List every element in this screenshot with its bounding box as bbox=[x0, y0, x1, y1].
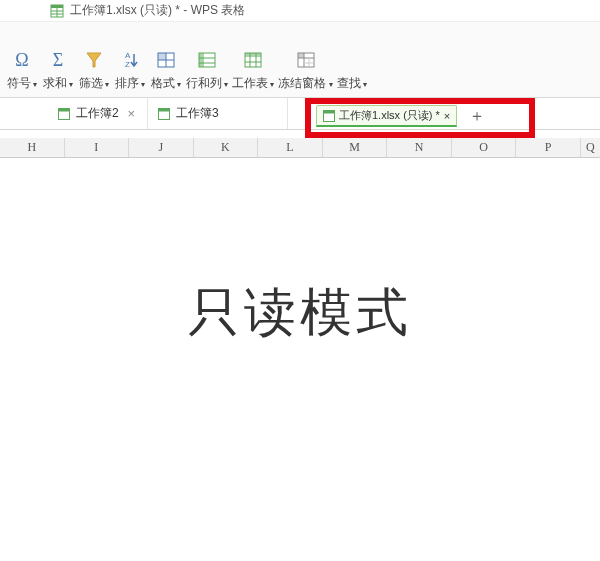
freeze-label: 冻结窗格 bbox=[278, 76, 326, 90]
format-button[interactable]: 格式 ▾ bbox=[148, 45, 184, 94]
tab-label: 工作簿2 bbox=[76, 105, 119, 122]
symbol-button[interactable]: Ω 符号 ▾ bbox=[4, 45, 40, 94]
freeze-icon bbox=[295, 47, 317, 73]
window-title: 工作簿1.xlsx (只读) * - WPS 表格 bbox=[70, 2, 245, 19]
dropdown-icon: ▾ bbox=[139, 80, 145, 89]
worksheet-button[interactable]: 工作表 ▾ bbox=[230, 45, 276, 94]
find-label: 查找 bbox=[337, 76, 361, 90]
close-icon[interactable]: × bbox=[125, 106, 137, 121]
worksheet-label: 工作表 bbox=[232, 76, 268, 90]
svg-rect-23 bbox=[298, 53, 304, 58]
rowcol-button[interactable]: 行和列 ▾ bbox=[184, 45, 230, 94]
sigma-icon: Σ bbox=[47, 47, 69, 73]
omega-icon: Ω bbox=[11, 47, 33, 73]
spreadsheet-icon bbox=[158, 108, 170, 120]
symbol-label: 符号 bbox=[7, 76, 31, 90]
filter-label: 筛选 bbox=[79, 76, 103, 90]
column-header[interactable]: K bbox=[194, 138, 259, 157]
svg-rect-1 bbox=[51, 5, 63, 8]
column-header[interactable]: L bbox=[258, 138, 323, 157]
new-tab-button[interactable]: ＋ bbox=[465, 106, 489, 127]
column-header[interactable]: P bbox=[516, 138, 581, 157]
rowcol-icon bbox=[196, 47, 218, 73]
svg-text:A: A bbox=[125, 51, 131, 60]
dropdown-icon: ▾ bbox=[103, 80, 109, 89]
document-tab[interactable]: 工作簿3 bbox=[148, 98, 288, 129]
title-bar: 工作簿1.xlsx (只读) * - WPS 表格 bbox=[0, 0, 600, 22]
dropdown-icon: ▾ bbox=[175, 80, 181, 89]
svg-rect-12 bbox=[158, 53, 166, 60]
freeze-button[interactable]: 冻结窗格 ▾ bbox=[276, 45, 334, 94]
active-document-tab[interactable]: 工作簿1.xlsx (只读) * × bbox=[316, 105, 457, 127]
dropdown-icon: ▾ bbox=[361, 80, 367, 89]
tab-label: 工作簿3 bbox=[176, 105, 219, 122]
sort-button[interactable]: AZ 排序 ▾ bbox=[112, 45, 148, 94]
spreadsheet-icon bbox=[58, 108, 70, 120]
svg-text:Ω: Ω bbox=[15, 50, 28, 70]
svg-text:Σ: Σ bbox=[53, 50, 63, 70]
sort-label: 排序 bbox=[115, 76, 139, 90]
svg-rect-31 bbox=[159, 108, 170, 111]
funnel-icon bbox=[83, 47, 105, 73]
spreadsheet-icon bbox=[323, 110, 335, 122]
rowcol-label: 行和列 bbox=[186, 76, 222, 90]
svg-rect-14 bbox=[199, 53, 204, 67]
close-icon[interactable]: × bbox=[444, 110, 450, 122]
find-button[interactable]: 查找 ▾ bbox=[335, 71, 369, 94]
dropdown-icon: ▾ bbox=[326, 80, 332, 89]
format-label: 格式 bbox=[151, 76, 175, 90]
spreadsheet-icon bbox=[50, 4, 64, 18]
column-header[interactable]: Q bbox=[581, 138, 600, 157]
grid-icon bbox=[155, 47, 177, 73]
spreadsheet-grid[interactable]: 只读模式 bbox=[0, 158, 600, 558]
column-header[interactable]: M bbox=[323, 138, 388, 157]
document-tab-bar: 工作簿2 × 工作簿3 工作簿1.xlsx (只读) * × ＋ bbox=[0, 98, 600, 130]
dropdown-icon: ▾ bbox=[31, 80, 37, 89]
document-tab[interactable]: 工作簿2 × bbox=[48, 98, 148, 129]
table-icon bbox=[242, 47, 264, 73]
ribbon-toolbar: Ω 符号 ▾ Σ 求和 ▾ 筛选 ▾ AZ 排序 ▾ 格式 ▾ 行和列 ▾ bbox=[0, 48, 600, 98]
dropdown-icon: ▾ bbox=[67, 80, 73, 89]
active-tab-label: 工作簿1.xlsx (只读) * bbox=[339, 108, 440, 123]
svg-rect-18 bbox=[245, 53, 261, 57]
watermark-text: 只读模式 bbox=[0, 278, 600, 348]
sort-icon: AZ bbox=[119, 47, 141, 73]
dropdown-icon: ▾ bbox=[268, 80, 274, 89]
sum-label: 求和 bbox=[43, 76, 67, 90]
column-header[interactable]: J bbox=[129, 138, 194, 157]
sum-button[interactable]: Σ 求和 ▾ bbox=[40, 45, 76, 94]
filter-button[interactable]: 筛选 ▾ bbox=[76, 45, 112, 94]
column-header[interactable]: N bbox=[387, 138, 452, 157]
column-header-row: H I J K L M N O P Q bbox=[0, 138, 600, 158]
column-header[interactable]: H bbox=[0, 138, 65, 157]
column-header[interactable]: I bbox=[65, 138, 130, 157]
dropdown-icon: ▾ bbox=[222, 80, 228, 89]
svg-text:Z: Z bbox=[125, 60, 130, 69]
column-header[interactable]: O bbox=[452, 138, 517, 157]
svg-rect-33 bbox=[324, 110, 335, 113]
svg-rect-29 bbox=[59, 108, 70, 111]
